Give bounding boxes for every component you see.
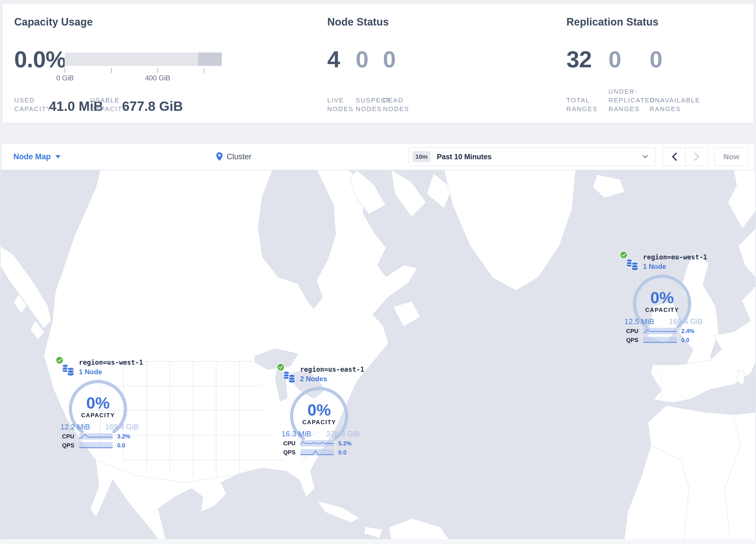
cpu-value: 3.2% bbox=[117, 433, 130, 440]
capacity-bar bbox=[65, 52, 222, 66]
previous-time-button[interactable] bbox=[663, 148, 686, 166]
suspect-nodes-count: 0 bbox=[356, 47, 368, 72]
region-total-capacity: 338.9 GiB bbox=[326, 429, 360, 438]
chevron-down-icon bbox=[643, 155, 648, 158]
view-selector-label: Node Map bbox=[13, 152, 51, 161]
total-ranges-label: TOTAL RANGES bbox=[566, 87, 598, 113]
time-range-dropdown[interactable]: 10m Past 10 Minutes bbox=[409, 147, 656, 166]
map-pin-icon bbox=[216, 152, 223, 161]
qps-sparkline bbox=[643, 337, 677, 343]
cpu-metric-row: CPU 3.2% bbox=[62, 433, 139, 440]
gauge-percent: 0% bbox=[631, 288, 693, 307]
qps-label: QPS bbox=[626, 337, 643, 344]
cpu-label: CPU bbox=[626, 328, 643, 335]
gauge-caption: CAPACITY bbox=[67, 412, 129, 419]
qps-value: 0.0 bbox=[338, 449, 346, 456]
replication-status-title: Replication Status bbox=[566, 16, 659, 28]
dead-nodes-label: DEAD NODES bbox=[383, 87, 411, 113]
region-node-count: 2 Nodes bbox=[300, 375, 327, 383]
dead-nodes-count: 0 bbox=[383, 47, 396, 72]
nodes-stack-icon bbox=[283, 369, 296, 384]
cpu-label: CPU bbox=[62, 433, 79, 440]
region-node-count: 1 Node bbox=[643, 262, 666, 271]
live-nodes-count: 4 bbox=[327, 47, 340, 72]
unavailable-count: 0 bbox=[650, 47, 662, 72]
gauge-caption: CAPACITY bbox=[288, 419, 350, 426]
gauge-percent: 0% bbox=[288, 400, 350, 419]
region-node-count: 1 Node bbox=[79, 368, 102, 376]
chevron-left-icon bbox=[671, 152, 677, 161]
view-selector-dropdown[interactable]: Node Map bbox=[13, 144, 61, 170]
under-replicated-count: 0 bbox=[608, 47, 621, 72]
capacity-axis-tick bbox=[111, 68, 112, 73]
region-label: region=us-east-1 bbox=[300, 366, 364, 373]
qps-metric-row: QPS 0.0 bbox=[283, 449, 360, 456]
region-marker-us-east-1[interactable]: region=us-east-1 2 Nodes 0% CAPACITY 16.… bbox=[277, 363, 364, 459]
cpu-sparkline bbox=[300, 440, 334, 447]
region-total-capacity: 169.4 GiB bbox=[669, 317, 703, 326]
region-used-capacity: 16.3 MiB bbox=[281, 429, 311, 438]
capacity-usage-title: Capacity Usage bbox=[14, 16, 93, 28]
region-label: region=eu-west-1 bbox=[643, 253, 707, 261]
region-label: region=us-west-1 bbox=[79, 359, 143, 366]
capacity-axis-label-400: 400 GiB bbox=[140, 74, 175, 82]
cpu-metric-row: CPU 2.4% bbox=[626, 328, 703, 335]
time-range-label: Past 10 Minutes bbox=[437, 153, 492, 161]
chevron-right-icon bbox=[694, 152, 700, 161]
cpu-label: CPU bbox=[283, 440, 300, 447]
qps-label: QPS bbox=[283, 449, 300, 456]
capacity-percent: 0.0% bbox=[14, 47, 66, 72]
qps-label: QPS bbox=[62, 442, 79, 449]
breadcrumb[interactable]: Cluster bbox=[216, 144, 252, 170]
time-step-buttons bbox=[663, 147, 708, 166]
qps-sparkline bbox=[79, 442, 113, 449]
used-capacity-label: USED CAPACITY bbox=[14, 96, 53, 113]
capacity-axis-label-0: 0 GiB bbox=[48, 74, 82, 82]
qps-metric-row: QPS 0.0 bbox=[626, 337, 703, 344]
gauge-percent: 0% bbox=[67, 394, 129, 412]
suspect-nodes-label: SUSPECT NODES bbox=[356, 87, 386, 113]
cpu-value: 2.4% bbox=[681, 328, 695, 335]
nodes-stack-icon bbox=[61, 362, 75, 377]
cluster-summary-bar: Capacity Usage 0.0% 0 GiB 400 GiB USED C… bbox=[2, 3, 754, 123]
cpu-metric-row: CPU 5.2% bbox=[283, 440, 360, 447]
capacity-axis-tick bbox=[157, 68, 158, 73]
region-marker-us-west-1[interactable]: region=us-west-1 1 Node 0% CAPACITY 12.2… bbox=[56, 356, 143, 452]
time-range-badge: 10m bbox=[412, 151, 430, 162]
region-total-capacity: 169.4 GiB bbox=[105, 423, 139, 431]
qps-value: 0.0 bbox=[681, 337, 689, 344]
breadcrumb-label: Cluster bbox=[227, 152, 252, 161]
cpu-sparkline bbox=[643, 328, 677, 334]
capacity-axis-tick bbox=[204, 68, 204, 73]
capacity-axis-tick bbox=[65, 68, 65, 73]
region-used-capacity: 12.5 MiB bbox=[624, 317, 654, 326]
nodes-stack-icon bbox=[626, 257, 639, 272]
gauge-caption: CAPACITY bbox=[631, 307, 693, 313]
cpu-value: 5.2% bbox=[338, 440, 352, 447]
qps-value: 0.0 bbox=[117, 442, 125, 449]
total-ranges-count: 32 bbox=[566, 47, 592, 72]
now-button[interactable]: Now bbox=[714, 147, 748, 166]
live-nodes-label: LIVE NODES bbox=[327, 87, 355, 113]
cpu-sparkline bbox=[79, 433, 113, 440]
capacity-bar-reserved-segment bbox=[198, 52, 222, 66]
under-replicated-label: UNDER-REPLICATED RANGES bbox=[608, 87, 655, 113]
map-bottom-strip bbox=[0, 539, 756, 544]
region-marker-eu-west-1[interactable]: region=eu-west-1 1 Node 0% CAPACITY 12.5… bbox=[620, 251, 707, 347]
node-status-title: Node Status bbox=[327, 16, 389, 28]
unavailable-label: UNAVAILABLE RANGES bbox=[650, 87, 699, 113]
map-toolbar: Node Map Cluster 10m Past 10 Minutes bbox=[1, 143, 755, 170]
qps-sparkline bbox=[300, 449, 334, 456]
chevron-down-icon bbox=[55, 155, 61, 158]
next-time-button[interactable] bbox=[686, 148, 708, 166]
region-used-capacity: 12.2 MiB bbox=[60, 423, 90, 431]
usable-capacity-value: 677.8 GiB bbox=[122, 98, 183, 114]
qps-metric-row: QPS 0.0 bbox=[62, 442, 139, 449]
